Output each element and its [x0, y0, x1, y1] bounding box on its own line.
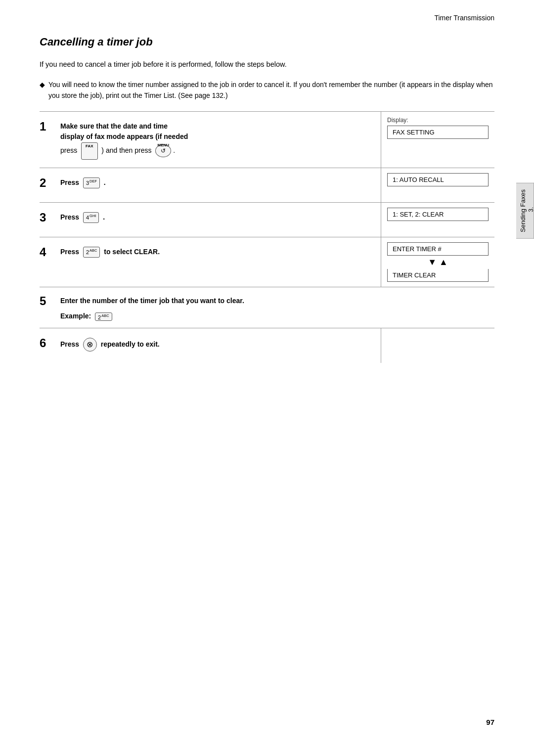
menu-key: MENU ↺ [155, 144, 171, 157]
step-6-right [381, 328, 494, 363]
step-4-left: 4 Press 2ABC to select CLEAR. [40, 237, 381, 287]
page-footer: 97 [486, 718, 494, 726]
step-1-press: press [60, 146, 79, 154]
step-5-row: 5 Enter the number of the timer job that… [40, 287, 494, 329]
display-box-3: 1: SET, 2: CLEAR [387, 208, 489, 221]
step-1-left: 1 Make sure that the date and time displ… [40, 112, 381, 168]
display-box-1: FAX SETTING [387, 126, 489, 139]
step-3-key: 4GHI [83, 212, 99, 223]
step-1-row: 1 Make sure that the date and time displ… [40, 112, 494, 168]
page-number: 97 [486, 718, 494, 726]
step-3-left: 3 Press 4GHI . [40, 203, 381, 237]
step-6-circle-key: ⊗ [83, 338, 97, 352]
intro-text: If you need to cancel a timer job before… [40, 59, 494, 70]
step-2-number: 2 [40, 176, 55, 190]
step-2-content: Press 3DEF . [60, 176, 373, 188]
step-4-number: 4 [40, 245, 55, 260]
step-6-row: 6 Press ⊗ repeatedly to exit. [40, 328, 494, 363]
step-2-right: 1: AUTO RECALL [381, 168, 494, 202]
step-6-content: Press ⊗ repeatedly to exit. [60, 336, 373, 352]
step-1-right: Display: FAX SETTING [381, 112, 494, 168]
step-6-left: 6 Press ⊗ repeatedly to exit. [40, 328, 381, 363]
example-key: 2ABC [95, 312, 112, 321]
step-4-row: 4 Press 2ABC to select CLEAR. ENTER TIME… [40, 237, 494, 287]
step-3-content: Press 4GHI . [60, 211, 373, 223]
step-1-number: 1 [40, 120, 55, 134]
step-3-number: 3 [40, 211, 55, 225]
step-5-example: Example: 2ABC [60, 312, 494, 321]
header-title: Timer Transmission [434, 14, 494, 22]
display-enter-timer: ENTER TIMER # [387, 242, 489, 256]
bullet-point: You will need to know the timer number a… [48, 79, 494, 101]
step-2-press: Press [60, 178, 79, 186]
step-5-instruction: Enter the number of the timer job that y… [60, 297, 244, 305]
step-3-row: 3 Press 4GHI . 1: SET, 2: CLEAR [40, 203, 494, 237]
step-2-left: 2 Press 3DEF . [40, 168, 381, 202]
example-label: Example: [60, 312, 91, 320]
step-1-period: . [173, 146, 175, 154]
page-header: Timer Transmission [0, 0, 534, 27]
step-4-right: ENTER TIMER # ▼ ▲ TIMER CLEAR [381, 237, 494, 287]
fax-key: FAX [81, 142, 98, 160]
step-6-press: Press [60, 340, 79, 348]
display-label-1: Display: [387, 117, 489, 124]
main-content: Cancelling a timer job If you need to ca… [40, 36, 494, 383]
step-5-number: 5 [40, 294, 55, 309]
step-3-press: Press [60, 213, 79, 221]
step-4-content: Press 2ABC to select CLEAR. [60, 245, 373, 258]
step-2-key: 3DEF [83, 178, 100, 188]
step-3-right: 1: SET, 2: CLEAR [381, 203, 494, 237]
step-4-instruction2: to select CLEAR. [104, 248, 160, 256]
step-6-number: 6 [40, 336, 55, 351]
step-1-bold1: Make sure that the date and time display… [60, 122, 188, 141]
step-4-key: 2ABC [83, 247, 100, 258]
arrow-row: ▼ ▲ [387, 257, 489, 267]
step-1-and-then: ) and then press [99, 146, 153, 154]
step-2-row: 2 Press 3DEF . 1: AUTO RECALL [40, 168, 494, 203]
display-box-2: 1: AUTO RECALL [387, 173, 489, 186]
step-1-content: Make sure that the date and time display… [60, 120, 373, 160]
step-4-press: Press [60, 248, 79, 256]
display-timer-clear: TIMER CLEAR [387, 269, 489, 282]
step-6-instruction2: repeatedly to exit. [101, 340, 160, 348]
sidebar-tab: Sending Faxes 3. [516, 183, 534, 239]
steps-container: 1 Make sure that the date and time displ… [40, 111, 494, 363]
section-title: Cancelling a timer job [40, 36, 494, 48]
step-5-content: Enter the number of the timer job that y… [60, 294, 494, 307]
